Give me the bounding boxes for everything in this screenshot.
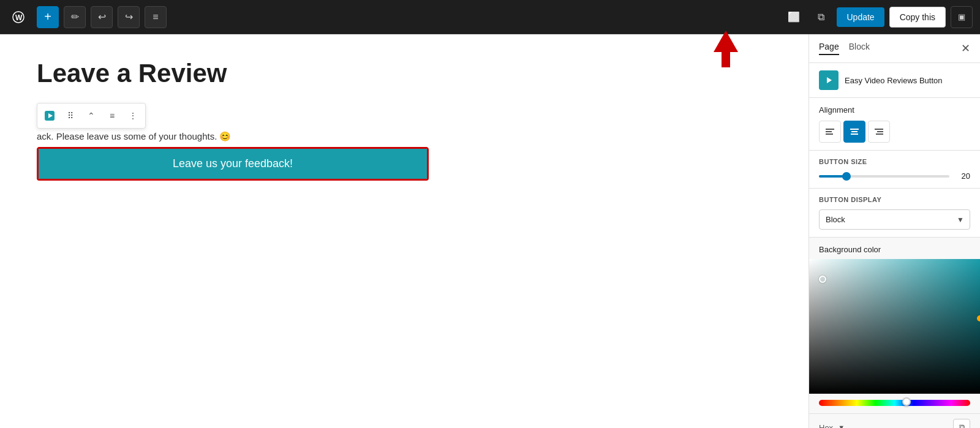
editor-area: Leave a Review ⠿ ⌃ ≡ ⋮ ack. Please leave… [0, 34, 809, 428]
svg-rect-9 [826, 133, 833, 135]
add-block-button[interactable]: + [37, 6, 59, 28]
block-toolbar: ⠿ ⌃ ≡ ⋮ [37, 103, 146, 129]
sidebar-toggle-button[interactable]: ▣ [951, 6, 973, 28]
size-slider-fill [819, 175, 845, 178]
size-slider-thumb[interactable] [842, 172, 851, 181]
button-display-label: BUTTON DISPLAY [819, 196, 970, 203]
gradient-overlay-black [809, 259, 980, 394]
list-view-button[interactable]: ≡ [145, 6, 167, 28]
hue-slider-track[interactable] [819, 400, 970, 406]
more-options-icon[interactable]: ⋮ [123, 106, 143, 126]
copy-color-button[interactable]: ⧉ [953, 419, 970, 428]
align-right-button[interactable] [868, 121, 890, 143]
button-size-slider-row: 20 [819, 171, 970, 181]
button-display-select[interactable]: Block Inline Flex [819, 209, 970, 230]
page-title: Leave a Review [37, 59, 772, 88]
svg-rect-15 [876, 133, 883, 135]
hex-row: Hex ▼ ⧉ [809, 413, 980, 428]
main-toolbar: W + ✏ ↩ ↪ ≡ ⬜ ⧉ Update Copy this ▣ [0, 0, 980, 34]
svg-rect-7 [826, 129, 834, 130]
wp-logo-icon[interactable]: W [7, 6, 29, 28]
panel-close-button[interactable]: ✕ [961, 42, 970, 55]
pencil-icon[interactable]: ✏ [64, 6, 86, 28]
panel-tabs: Page Block [819, 42, 961, 55]
redo-button[interactable]: ↪ [118, 6, 140, 28]
button-display-dropdown-wrapper: Block Inline Flex ▼ [819, 209, 970, 230]
hue-slider-thumb[interactable] [902, 397, 911, 406]
right-panel: Page Block ✕ Easy Video Reviews Button A… [809, 34, 980, 428]
external-link-icon[interactable]: ⧉ [810, 6, 832, 28]
button-size-label: BUTTON SIZE [819, 158, 970, 165]
svg-rect-11 [851, 131, 858, 132]
button-size-value: 20 [956, 171, 970, 181]
color-gradient-canvas[interactable] [809, 259, 980, 394]
copy-this-button[interactable]: Copy this [889, 7, 946, 28]
size-slider-track[interactable] [819, 175, 949, 178]
hex-label: Hex [819, 423, 833, 429]
svg-rect-8 [826, 131, 832, 132]
alignment-section: Alignment [809, 98, 980, 151]
feedback-button-wrapper: Leave us your feedback! [37, 147, 429, 181]
tab-block[interactable]: Block [849, 42, 870, 55]
panel-header: Page Block ✕ [809, 34, 980, 63]
hue-slider-row [809, 394, 980, 413]
align-left-button[interactable] [819, 121, 841, 143]
background-color-label: Background color [809, 238, 980, 259]
move-up-icon[interactable]: ⌃ [81, 106, 101, 126]
svg-rect-10 [850, 129, 859, 130]
plugin-block-icon[interactable] [40, 106, 59, 126]
drag-handle-icon[interactable]: ⠿ [61, 106, 80, 126]
alignment-buttons [819, 121, 970, 143]
svg-rect-12 [851, 133, 858, 135]
color-picker-section: Background color Hex ▼ ⧉ [809, 238, 980, 428]
svg-rect-14 [877, 131, 883, 132]
plugin-icon [819, 70, 839, 90]
orange-dot-indicator [977, 315, 980, 321]
tab-page[interactable]: Page [819, 42, 839, 55]
update-button[interactable]: Update [837, 7, 884, 27]
main-content: Leave a Review ⠿ ⌃ ≡ ⋮ ack. Please leave… [0, 34, 980, 428]
plugin-row: Easy Video Reviews Button [809, 63, 980, 98]
undo-button[interactable]: ↩ [91, 6, 113, 28]
plugin-name-label: Easy Video Reviews Button [845, 76, 942, 85]
svg-text:W: W [15, 13, 23, 22]
feedback-button[interactable]: Leave us your feedback! [39, 149, 427, 179]
monitor-icon[interactable]: ⬜ [783, 6, 805, 28]
block-text: ack. Please leave us some of your though… [37, 131, 772, 142]
align-center-button[interactable] [843, 121, 865, 143]
button-display-section: BUTTON DISPLAY Block Inline Flex ▼ [809, 189, 980, 238]
align-icon[interactable]: ≡ [102, 106, 122, 126]
color-cursor[interactable] [819, 276, 826, 283]
alignment-label: Alignment [819, 105, 970, 115]
hex-dropdown-arrow-icon[interactable]: ▼ [838, 424, 845, 428]
button-size-section: BUTTON SIZE 20 [809, 151, 980, 189]
svg-rect-13 [875, 129, 883, 130]
